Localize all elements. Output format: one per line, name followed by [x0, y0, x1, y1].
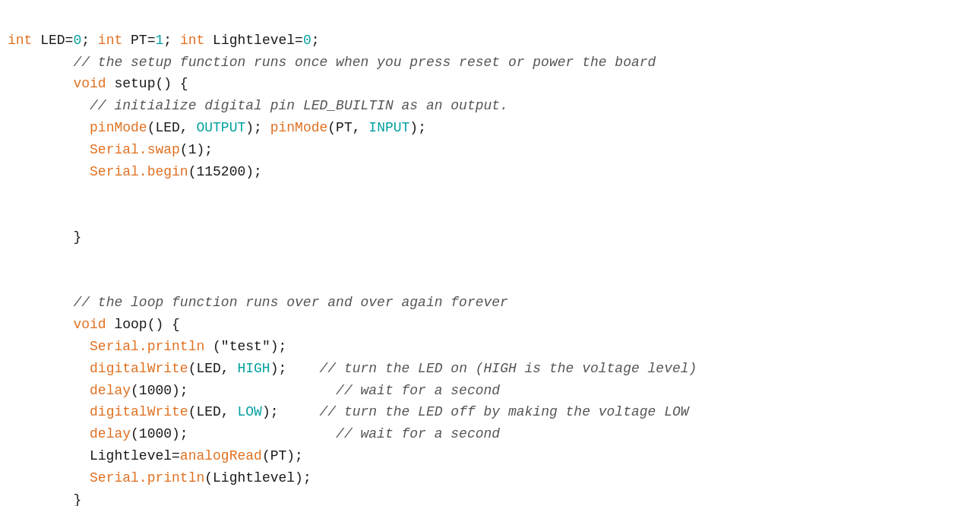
line-3: void setup() {: [8, 76, 188, 91]
line-6: Serial.swap(1);: [8, 142, 213, 157]
func-serial-swap: Serial.swap: [90, 142, 180, 157]
keyword-int: int: [8, 33, 32, 48]
comment-4: // turn the LED on (HIGH is the voltage …: [320, 361, 697, 376]
func-serial-println2: Serial.println: [90, 470, 204, 485]
line-7: Serial.begin(115200);: [8, 164, 262, 179]
comment-7: // wait for a second: [336, 426, 500, 441]
func-digitalwrite2: digitalWrite: [90, 404, 188, 419]
line-19: Serial.println(Lightlevel);: [8, 470, 311, 485]
line-20: }: [8, 492, 81, 506]
comment-6: // turn the LED off by making the voltag…: [320, 404, 689, 419]
line-13: Serial.println ("test");: [8, 339, 286, 354]
const-low: LOW: [237, 404, 261, 419]
func-pinmode2: pinMode: [270, 120, 328, 135]
line-14: digitalWrite(LED, HIGH); // turn the LED…: [8, 361, 697, 376]
comment-3: // the loop function runs over and over …: [73, 295, 508, 310]
func-delay1: delay: [90, 383, 131, 398]
value-0b: 0: [303, 33, 311, 48]
func-pinmode1: pinMode: [90, 120, 147, 135]
const-high: HIGH: [237, 361, 270, 376]
line-1: int LED=0; int PT=1; int Lightlevel=0;: [8, 33, 320, 48]
func-digitalwrite1: digitalWrite: [90, 361, 188, 376]
line-11: // the loop function runs over and over …: [8, 295, 508, 310]
func-analogread: analogRead: [180, 448, 262, 463]
value-1: 1: [155, 33, 163, 48]
comment-2: // initialize digital pin LED_BUILTIN as…: [90, 98, 508, 113]
func-serial-println1: Serial.println: [90, 339, 204, 354]
keyword-void: void: [73, 76, 106, 91]
line-2: // the setup function runs once when you…: [8, 55, 656, 70]
line-15: delay(1000); // wait for a second: [8, 383, 500, 398]
line-4: // initialize digital pin LED_BUILTIN as…: [8, 98, 508, 113]
func-delay2: delay: [90, 426, 131, 441]
line-18: Lightlevel=analogRead(PT);: [8, 448, 303, 463]
comment-1: // the setup function runs once when you…: [73, 55, 656, 70]
const-output: OUTPUT: [196, 120, 245, 135]
line-12: void loop() {: [8, 317, 180, 332]
func-serial-begin: Serial.begin: [90, 164, 188, 179]
code-editor: int LED=0; int PT=1; int Lightlevel=0; /…: [8, 8, 980, 506]
value-0: 0: [73, 33, 81, 48]
keyword-int3: int: [180, 33, 204, 48]
line-9: }: [8, 229, 81, 245]
keyword-int2: int: [98, 33, 122, 48]
keyword-void2: void: [73, 317, 106, 332]
comment-5: // wait for a second: [336, 383, 500, 398]
line-17: delay(1000); // wait for a second: [8, 426, 500, 441]
line-16: digitalWrite(LED, LOW); // turn the LED …: [8, 404, 689, 419]
const-input: INPUT: [368, 120, 409, 135]
line-5: pinMode(LED, OUTPUT); pinMode(PT, INPUT)…: [8, 120, 426, 135]
